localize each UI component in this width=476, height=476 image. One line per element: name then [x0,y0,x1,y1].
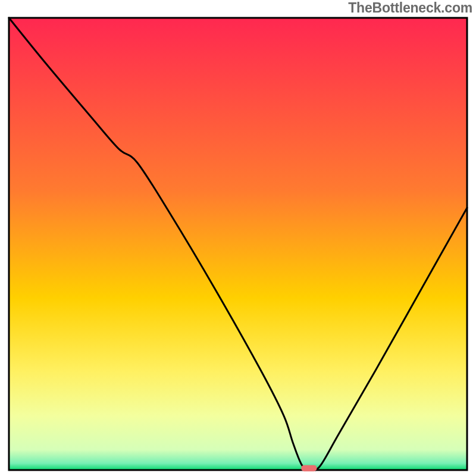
bottleneck-chart: TheBottleneck.com [0,0,476,476]
chart-svg [0,0,476,476]
plot-background [9,18,467,470]
optimal-point-marker [301,465,317,472]
watermark-text: TheBottleneck.com [348,0,472,16]
